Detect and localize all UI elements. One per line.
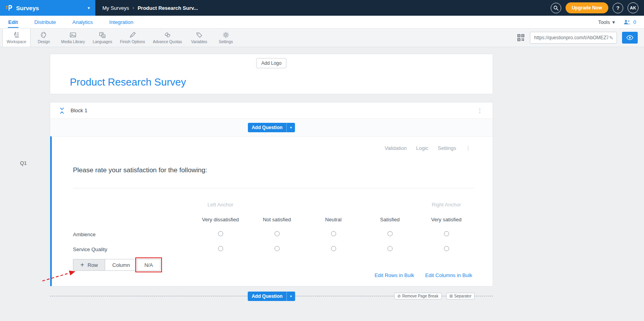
- add-question-caret[interactable]: ▾: [286, 292, 295, 301]
- anchor-row: Left Anchor Right Anchor: [73, 199, 475, 210]
- add-question-caret[interactable]: ▾: [286, 123, 295, 132]
- toolbar-item-label: Finish Options: [120, 40, 145, 44]
- user-avatar[interactable]: AK: [628, 2, 639, 13]
- row-label[interactable]: Ambience: [73, 232, 192, 237]
- add-question-button[interactable]: Add Question: [248, 123, 287, 132]
- right-anchor-label[interactable]: Right Anchor: [418, 202, 475, 208]
- preview-button[interactable]: [622, 32, 638, 44]
- radio-button[interactable]: [444, 231, 449, 236]
- toolbar-item-label: Languages: [93, 40, 112, 44]
- add-column-button[interactable]: Column: [105, 259, 137, 271]
- radio-button[interactable]: [387, 246, 393, 251]
- column-header[interactable]: Very dissatisfied: [192, 217, 249, 223]
- questionpro-logo-icon: [5, 4, 13, 11]
- edit-url-icon[interactable]: ✎: [609, 35, 613, 41]
- radio-button[interactable]: [275, 246, 280, 251]
- question-text[interactable]: Please rate your satisfaction for the fo…: [73, 166, 207, 174]
- add-row-button[interactable]: + Row: [73, 259, 105, 271]
- validation-link[interactable]: Validation: [385, 145, 407, 151]
- radio-button[interactable]: [387, 231, 393, 236]
- pen-icon: [129, 31, 136, 38]
- top-bar: Surveys ▾ My Surveys › Product Research …: [0, 0, 644, 16]
- editor-toolbar: Workspace Design Media Library 文 A Langu…: [0, 29, 644, 47]
- left-anchor-label[interactable]: Left Anchor: [192, 202, 249, 208]
- tools-label: Tools: [598, 19, 610, 25]
- search-button[interactable]: [551, 3, 561, 13]
- toolbar-item-label: Variables: [191, 40, 207, 44]
- collapse-block-icon[interactable]: [60, 108, 64, 114]
- separator-button[interactable]: ⊞ Separator: [446, 293, 475, 299]
- radio-button[interactable]: [275, 231, 280, 236]
- question-divider: [73, 188, 475, 188]
- qr-code-icon[interactable]: [517, 34, 525, 42]
- toolbar-item-label: Workspace: [7, 40, 26, 44]
- row-label[interactable]: Service Quality: [73, 246, 192, 252]
- tools-menu[interactable]: Tools ▾: [598, 19, 615, 25]
- radio-button[interactable]: [331, 246, 336, 251]
- workspace-icon: [13, 31, 20, 38]
- radio-button[interactable]: [331, 231, 336, 236]
- column-header[interactable]: Neutral: [305, 217, 362, 223]
- toolbar-item-workspace[interactable]: Workspace: [2, 29, 31, 47]
- add-question-split-button[interactable]: Add Question ▾: [248, 292, 295, 301]
- survey-url-input[interactable]: [533, 35, 609, 41]
- help-button[interactable]: ?: [613, 3, 623, 13]
- toolbar-item-label: Design: [38, 40, 50, 44]
- question-menu-kebab-icon[interactable]: ⋮: [466, 145, 471, 151]
- question-number: Q1: [20, 160, 27, 166]
- survey-title[interactable]: Product Research Survey: [70, 76, 186, 88]
- toolbar-item-label: Advance Quotas: [153, 40, 182, 44]
- settings-link[interactable]: Settings: [438, 145, 456, 151]
- column-header[interactable]: Very satisfied: [418, 217, 475, 223]
- column-header[interactable]: Satisfied: [362, 217, 418, 223]
- tab-analytics[interactable]: Analytics: [72, 16, 93, 28]
- toolbar-item-variables[interactable]: Variables: [186, 29, 213, 47]
- add-question-split-button[interactable]: Add Question ▾: [248, 123, 295, 132]
- toolbar-item-settings[interactable]: Settings: [213, 29, 239, 47]
- toolbar-item-design[interactable]: Design: [31, 29, 57, 47]
- page-break-row: Add Question ▾ ⊘ Remove Page Break ⊞ Sep…: [50, 291, 493, 301]
- image-icon: [69, 31, 76, 38]
- app-switcher[interactable]: Surveys ▾: [0, 0, 95, 16]
- topbar-actions: Upgrade Now ? AK: [551, 2, 644, 13]
- toolbar-item-media-library[interactable]: Media Library: [57, 29, 89, 47]
- edit-rows-bulk-link[interactable]: Edit Rows in Bulk: [375, 272, 414, 278]
- collaborators-indicator[interactable]: 0: [624, 19, 636, 25]
- collaborators-count: 0: [633, 19, 636, 25]
- add-question-strip: Add Question ▾: [50, 119, 493, 136]
- radio-button[interactable]: [218, 231, 223, 236]
- remove-page-break-label: Remove Page Break: [402, 294, 438, 298]
- add-na-button[interactable]: N/A: [137, 259, 160, 271]
- radio-button[interactable]: [444, 246, 449, 251]
- chevron-down-icon: ▾: [290, 294, 292, 298]
- toolbar-item-finish-options[interactable]: Finish Options: [116, 29, 149, 47]
- matrix-row-service-quality: Service Quality: [73, 242, 475, 257]
- column-header[interactable]: Not satisfied: [249, 217, 305, 223]
- remove-page-break-icon: ⊘: [397, 294, 400, 298]
- upgrade-now-button[interactable]: Upgrade Now: [566, 2, 608, 13]
- block-menu-kebab-icon[interactable]: ⋮: [477, 107, 483, 114]
- add-question-button[interactable]: Add Question: [248, 292, 287, 301]
- tag-icon: [196, 31, 203, 38]
- toolbar-item-label: Media Library: [61, 40, 85, 44]
- toolbar-item-advance-quotas[interactable]: Advance Quotas: [149, 29, 186, 47]
- tab-edit[interactable]: Edit: [8, 16, 18, 28]
- tab-distribute[interactable]: Distribute: [34, 16, 56, 28]
- question-top-links: Validation Logic Settings ⋮: [385, 145, 471, 151]
- edit-columns-bulk-link[interactable]: Edit Columns in Bulk: [425, 272, 472, 278]
- radio-button[interactable]: [218, 246, 223, 251]
- palette-icon: [40, 31, 47, 38]
- breadcrumb-my-surveys[interactable]: My Surveys: [102, 5, 129, 11]
- breadcrumb-current-survey: Product Research Surv...: [138, 5, 198, 11]
- tab-integration[interactable]: Integration: [109, 16, 134, 28]
- remove-page-break-button[interactable]: ⊘ Remove Page Break: [394, 293, 442, 299]
- toolbar-item-languages[interactable]: 文 A Languages: [89, 29, 116, 47]
- separator-icon: ⊞: [449, 294, 453, 298]
- logic-link[interactable]: Logic: [416, 145, 428, 151]
- block-1-container: Block 1 ⋮ Add Question ▾ Q1 Validation L…: [50, 102, 493, 286]
- block-title: Block 1: [71, 108, 87, 113]
- add-logo-button[interactable]: Add Logo: [256, 58, 286, 68]
- toolbar-right: ✎: [517, 29, 644, 47]
- toolbar-item-label: Settings: [219, 40, 233, 44]
- bulk-edit-links: Edit Rows in Bulk Edit Columns in Bulk: [375, 272, 472, 278]
